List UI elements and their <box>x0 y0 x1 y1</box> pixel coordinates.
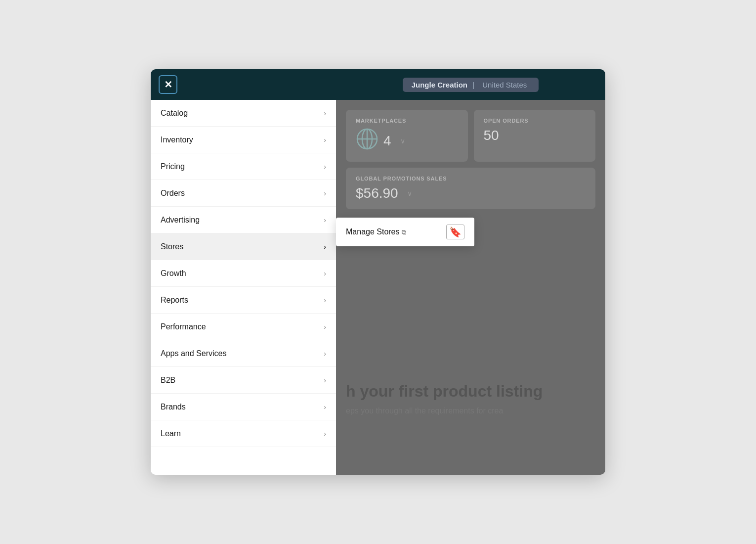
promo-dropdown-icon: ∨ <box>407 189 412 197</box>
sidebar-item-growth[interactable]: Growth › <box>151 260 336 287</box>
bottom-text-area: h your first product listing eps you thr… <box>346 382 595 415</box>
bottom-heading: h your first product listing <box>346 382 595 401</box>
manage-stores-item[interactable]: Manage Stores ⧉ 🔖 <box>336 218 474 246</box>
store-selector[interactable]: Jungle Creation | United States <box>403 78 539 92</box>
bookmark-icon[interactable]: 🔖 <box>446 225 464 239</box>
chevron-right-icon: › <box>324 109 326 117</box>
header-right: Jungle Creation | United States <box>336 78 605 92</box>
sidebar-item-advertising[interactable]: Advertising › <box>151 207 336 233</box>
header-left: ✕ <box>151 75 336 94</box>
chevron-right-icon: › <box>324 323 326 331</box>
open-orders-label: OPEN ORDERS <box>484 118 586 124</box>
open-orders-value: 50 <box>484 128 499 143</box>
header-bar: ✕ Jungle Creation | United States <box>151 69 605 100</box>
sidebar-item-orders[interactable]: Orders › <box>151 180 336 207</box>
marketplaces-value: 4 <box>383 133 391 149</box>
manage-stores-label: Manage Stores ⧉ <box>346 227 406 236</box>
stores-submenu: Manage Stores ⧉ 🔖 <box>336 218 474 246</box>
chevron-right-icon: › <box>324 189 326 197</box>
app-window: ✕ Jungle Creation | United States Catalo… <box>151 69 605 475</box>
sidebar-item-apps-services[interactable]: Apps and Services › <box>151 340 336 367</box>
sidebar-nav: Catalog › Inventory › Pricing › Orders ›… <box>151 100 336 475</box>
store-region: United States <box>482 81 527 89</box>
global-promo-label: GLOBAL PROMOTIONS SALES <box>356 176 586 181</box>
chevron-right-icon: › <box>324 270 326 277</box>
chevron-right-icon: › <box>324 403 326 411</box>
global-promo-value: $56.90 <box>356 185 398 201</box>
chevron-right-icon: › <box>324 163 326 171</box>
sidebar-item-inventory[interactable]: Inventory › <box>151 127 336 153</box>
sidebar-item-learn[interactable]: Learn › <box>151 420 336 447</box>
store-name: Jungle Creation <box>412 81 467 89</box>
sidebar-item-brands[interactable]: Brands › <box>151 394 336 420</box>
marketplaces-dropdown-icon: ∨ <box>400 137 405 145</box>
chevron-right-icon: › <box>324 430 326 438</box>
sidebar-item-b2b[interactable]: B2B › <box>151 367 336 394</box>
chevron-right-icon: › <box>324 243 326 251</box>
marketplaces-card[interactable]: MARKETPLACES 4 ∨ <box>346 110 468 162</box>
bottom-subtext: eps you through all the requirements for… <box>346 407 595 415</box>
content-area: Catalog › Inventory › Pricing › Orders ›… <box>151 100 605 475</box>
sidebar-item-catalog[interactable]: Catalog › <box>151 100 336 127</box>
global-promo-card[interactable]: GLOBAL PROMOTIONS SALES $56.90 ∨ <box>346 168 595 209</box>
close-button[interactable]: ✕ <box>159 75 177 94</box>
external-link-icon: ⧉ <box>402 228 406 236</box>
dashboard-cards: MARKETPLACES 4 ∨ <box>336 100 605 219</box>
sidebar-item-performance[interactable]: Performance › <box>151 314 336 340</box>
sidebar-item-reports[interactable]: Reports › <box>151 287 336 314</box>
chevron-right-icon: › <box>324 376 326 384</box>
chevron-right-icon: › <box>324 216 326 224</box>
globe-icon <box>356 128 378 154</box>
store-separator: | <box>472 81 474 89</box>
chevron-right-icon: › <box>324 296 326 304</box>
sidebar-item-pricing[interactable]: Pricing › <box>151 153 336 180</box>
open-orders-card[interactable]: OPEN ORDERS 50 <box>474 110 596 162</box>
marketplaces-label: MARKETPLACES <box>356 118 458 124</box>
chevron-right-icon: › <box>324 350 326 358</box>
chevron-right-icon: › <box>324 136 326 144</box>
sidebar-item-stores[interactable]: Stores › <box>151 233 336 260</box>
main-content: MARKETPLACES 4 ∨ <box>336 100 605 475</box>
close-icon: ✕ <box>164 79 172 91</box>
